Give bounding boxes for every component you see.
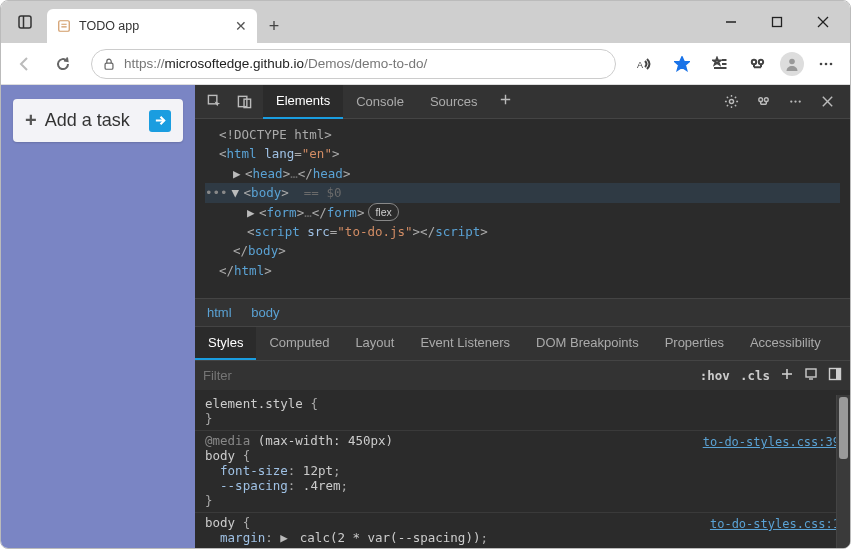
plus-icon: +: [25, 109, 37, 132]
svg-text:A: A: [637, 60, 643, 70]
crumb-body[interactable]: body: [251, 305, 279, 320]
new-style-rule-button[interactable]: [780, 367, 794, 384]
inspect-element-button[interactable]: [199, 87, 229, 117]
more-menu-button[interactable]: [810, 48, 842, 80]
devtools-tab-console[interactable]: Console: [343, 85, 417, 119]
source-link[interactable]: to-do-styles.css:39: [703, 435, 840, 449]
devtools-more-tabs-button[interactable]: [491, 85, 521, 115]
svg-rect-0: [19, 16, 31, 28]
lock-icon: [102, 57, 116, 71]
svg-point-16: [752, 59, 756, 63]
devtools-settings-button[interactable]: [716, 87, 746, 117]
window-titlebar: TODO app ✕ +: [1, 1, 850, 43]
svg-point-30: [764, 98, 768, 102]
nav-refresh-button[interactable]: [47, 48, 79, 80]
svg-point-33: [798, 100, 800, 102]
crumb-html[interactable]: html: [207, 305, 232, 320]
tab-close-icon[interactable]: ✕: [235, 18, 247, 34]
svg-rect-9: [105, 63, 113, 69]
svg-point-17: [759, 59, 763, 63]
device-toolbar-button[interactable]: [229, 87, 259, 117]
svg-marker-12: [714, 58, 721, 65]
devtools-activity-button[interactable]: [748, 87, 778, 117]
toggle-cls[interactable]: .cls: [740, 368, 770, 383]
favorite-button[interactable]: [666, 48, 698, 80]
devtools-tab-elements[interactable]: Elements: [263, 85, 343, 119]
styles-tabs: Styles Computed Layout Event Listeners D…: [195, 326, 850, 360]
url-text: https://microsoftedge.github.io/Demos/de…: [124, 56, 427, 71]
submit-task-button[interactable]: [149, 110, 171, 132]
svg-rect-41: [836, 369, 841, 380]
styles-tab-properties[interactable]: Properties: [652, 327, 737, 360]
dock-button[interactable]: [828, 367, 842, 384]
styles-tab-styles[interactable]: Styles: [195, 327, 256, 360]
devtools-toolbar: Elements Console Sources: [195, 85, 850, 119]
dom-tree[interactable]: <!DOCTYPE html> <html lang="en"> ▶<head>…: [195, 119, 850, 298]
url-box[interactable]: https://microsoftedge.github.io/Demos/de…: [91, 49, 616, 79]
svg-rect-2: [59, 21, 70, 32]
add-task-input[interactable]: Add a task: [45, 110, 141, 131]
page-viewport: + Add a task: [1, 85, 195, 549]
styles-scrollbar[interactable]: [836, 395, 850, 549]
styles-filter-input[interactable]: [203, 368, 700, 383]
svg-rect-24: [238, 96, 246, 106]
svg-point-21: [830, 62, 833, 65]
window-maximize-button[interactable]: [754, 6, 800, 38]
svg-point-19: [820, 62, 823, 65]
profile-avatar[interactable]: [780, 52, 804, 76]
svg-point-18: [789, 58, 795, 64]
svg-point-28: [729, 99, 733, 103]
tab-actions-icon[interactable]: [9, 6, 41, 38]
dom-breadcrumbs[interactable]: html body: [195, 298, 850, 326]
styles-tab-event-listeners[interactable]: Event Listeners: [407, 327, 523, 360]
svg-point-31: [790, 100, 792, 102]
styles-tab-computed[interactable]: Computed: [256, 327, 342, 360]
add-task-form: + Add a task: [13, 99, 183, 142]
read-aloud-button[interactable]: A: [628, 48, 660, 80]
svg-rect-38: [806, 369, 816, 377]
svg-marker-11: [676, 57, 689, 69]
styles-body[interactable]: element.style { } to-do-styles.css:39 @m…: [195, 390, 850, 549]
devtools-close-button[interactable]: [812, 87, 842, 117]
styles-tab-dom-breakpoints[interactable]: DOM Breakpoints: [523, 327, 652, 360]
nav-back-button[interactable]: [9, 48, 41, 80]
devtools-panel: Elements Console Sources <!DOCTYPE html>…: [195, 85, 850, 549]
svg-point-32: [794, 100, 796, 102]
window-close-button[interactable]: [800, 6, 846, 38]
favorites-list-button[interactable]: [704, 48, 736, 80]
svg-point-20: [825, 62, 828, 65]
toggle-hov[interactable]: :hov: [700, 368, 730, 383]
styles-tab-layout[interactable]: Layout: [342, 327, 407, 360]
address-bar: https://microsoftedge.github.io/Demos/de…: [1, 43, 850, 85]
svg-point-29: [758, 98, 762, 102]
devtools-tab-sources[interactable]: Sources: [417, 85, 491, 119]
styles-tab-accessibility[interactable]: Accessibility: [737, 327, 834, 360]
svg-rect-6: [773, 18, 782, 27]
device-button[interactable]: [804, 367, 818, 384]
browser-tab[interactable]: TODO app ✕: [47, 9, 257, 43]
tab-title: TODO app: [79, 19, 139, 33]
devtools-more-button[interactable]: [780, 87, 810, 117]
new-tab-button[interactable]: +: [257, 9, 291, 43]
tab-favicon-icon: [57, 19, 71, 33]
styles-filter-row: :hov .cls: [195, 360, 850, 390]
source-link[interactable]: to-do-styles.css:1: [710, 517, 840, 531]
collections-button[interactable]: [742, 48, 774, 80]
window-minimize-button[interactable]: [708, 6, 754, 38]
